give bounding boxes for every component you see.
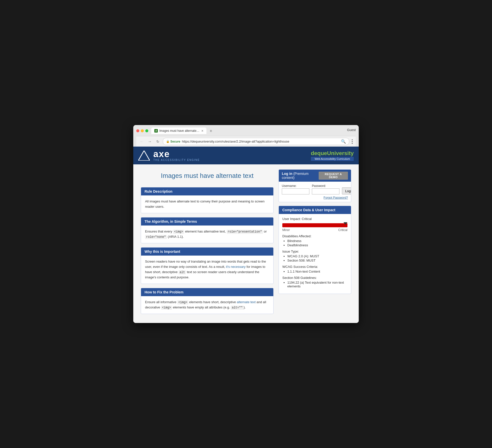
menu-dot-1: [352, 139, 353, 140]
forgot-password-link[interactable]: Forgot Password?: [324, 196, 348, 199]
url-base: https://dequeuniversity.com: [182, 140, 221, 143]
deque-prefix: deque: [311, 150, 327, 156]
user-impact-label: User Impact:: [282, 217, 301, 221]
close-button[interactable]: [136, 129, 139, 132]
favicon-letter: d: [155, 130, 157, 132]
list-item: Deafblindness: [287, 243, 347, 247]
secure-label: Secure: [170, 140, 180, 143]
deque-tagline: Web Accessibility Curriculum: [311, 157, 354, 161]
rule-description-card: Rule Description All images must have al…: [141, 187, 274, 213]
impact-bar: [282, 223, 347, 227]
login-fields: Username: Password: Login: [282, 184, 348, 194]
section508-label: Section 508 Guidelines:: [282, 276, 347, 280]
username-label: Username:: [282, 184, 309, 188]
minimize-button[interactable]: [141, 129, 144, 132]
active-tab[interactable]: d Images must have alternate te… ×: [151, 128, 206, 134]
login-button[interactable]: Login: [342, 187, 351, 194]
login-title-bold: Log in: [282, 172, 292, 176]
role-presentation-code: role="presentation": [227, 230, 263, 234]
password-field-group: Password:: [312, 184, 339, 194]
list-item: Section 508: MUST: [287, 259, 347, 262]
deque-name: dequeUniversity: [311, 150, 354, 157]
forgot-password-container: Forgot Password?: [282, 196, 348, 199]
lock-icon: 🔒: [166, 140, 170, 143]
nav-bar: ← → ↻ 🔒 Secure https://dequeuniversity.c…: [136, 136, 356, 147]
list-item: 1194.22 (a) Text equivalent for non-text…: [287, 281, 347, 288]
axe-subtitle: THE ACCESSIBILITY ENGINE: [153, 159, 200, 161]
how-to-fix-card: How to Fix the Problem Ensure all inform…: [141, 288, 274, 314]
algorithm-card: The Algorithm, in Simple Terms Ensures t…: [141, 217, 274, 243]
compliance-header: Compliance Data & User Impact: [279, 206, 351, 214]
img-tag-code-3: <img>: [161, 306, 172, 310]
address-url: https://dequeuniversity.com/rules/axe/2.…: [182, 140, 289, 143]
why-important-body: Screen readers have no way of translatin…: [141, 256, 273, 284]
section508-section: Section 508 Guidelines: 1194.22 (a) Text…: [282, 276, 347, 288]
left-column: Images must have alternate text Rule Des…: [141, 169, 274, 318]
axe-text-group: axe THE ACCESSIBILITY ENGINE: [153, 150, 200, 161]
impact-labels: Minor Critical: [282, 228, 347, 232]
axe-brand-name: axe: [153, 150, 200, 159]
issue-type-list: WCAG 2.0 (A): MUST Section 508: MUST: [282, 254, 347, 262]
deque-suffix: University: [327, 150, 354, 156]
rule-description-header: Rule Description: [141, 187, 273, 195]
why-important-header: Why this is Important: [141, 248, 273, 256]
maximize-button[interactable]: [145, 129, 148, 132]
title-bar: d Images must have alternate te… × + Gue…: [136, 128, 356, 134]
tab-close-icon[interactable]: ×: [201, 129, 203, 133]
tab-title: Images must have alternate te…: [159, 129, 200, 133]
necessary-link[interactable]: it's necessary: [226, 265, 245, 269]
issue-type-label: Issue Type:: [282, 250, 347, 253]
new-tab-button[interactable]: +: [207, 128, 214, 134]
img-tag-code-2: <img>: [177, 300, 188, 304]
wcag-label: WCAG Success Criteria:: [282, 265, 347, 269]
username-field-group: Username:: [282, 184, 309, 194]
section508-list: 1194.22 (a) Text equivalent for non-text…: [282, 281, 347, 288]
how-to-fix-body: Ensure all informative <img> elements ha…: [141, 296, 273, 314]
password-input[interactable]: [312, 188, 339, 194]
traffic-lights: [136, 129, 148, 132]
compliance-box: Compliance Data & User Impact User Impac…: [279, 206, 351, 294]
search-button[interactable]: 🔍: [341, 139, 346, 144]
alternate-text-link[interactable]: alternate text: [237, 300, 256, 304]
browser-chrome: d Images must have alternate te… × + Gue…: [133, 125, 359, 147]
tab-favicon: d: [154, 129, 158, 133]
disabilities-list: Blindness Deafblindness: [282, 239, 347, 247]
wcag-section: WCAG Success Criteria: 1.1.1 Non-text Co…: [282, 265, 347, 273]
list-item: 1.1.1 Non-text Content: [287, 270, 347, 273]
refresh-button[interactable]: ↻: [155, 139, 161, 145]
alt-empty-code: alt="": [231, 306, 243, 310]
login-header: Log in (Premium content) REQUEST A DEMO: [279, 170, 351, 182]
alt-code: alt: [179, 270, 186, 274]
user-impact-section: User Impact: Critical: [282, 217, 347, 221]
disabilities-section: Disabilities Affected: Blindness Deafbli…: [282, 234, 347, 247]
axe-triangle-icon: [138, 151, 150, 161]
issue-type-section: Issue Type: WCAG 2.0 (A): MUST Section 5…: [282, 250, 347, 262]
back-button[interactable]: ←: [139, 139, 145, 145]
request-demo-button[interactable]: REQUEST A DEMO: [319, 172, 348, 180]
impact-indicator: [343, 222, 347, 225]
how-to-fix-header: How to Fix the Problem: [141, 288, 273, 296]
algorithm-header: The Algorithm, in Simple Terms: [141, 217, 273, 226]
disabilities-label: Disabilities Affected:: [282, 234, 347, 238]
list-item: Blindness: [287, 239, 347, 243]
password-label: Password:: [312, 184, 339, 188]
address-bar[interactable]: 🔒 Secure https://dequeuniversity.com/rul…: [163, 138, 349, 145]
secure-badge: 🔒 Secure: [166, 140, 180, 143]
list-item: WCAG 2.0 (A): MUST: [287, 254, 347, 258]
algorithm-body: Ensures that every <img> element has alt…: [141, 226, 273, 243]
why-important-card: Why this is Important Screen readers hav…: [141, 247, 274, 284]
impact-label-minor: Minor: [282, 228, 290, 232]
login-title: Log in (Premium content): [282, 172, 319, 180]
login-body: Username: Password: Login Forgot Passwor…: [279, 182, 351, 202]
impact-bar-container: [282, 223, 347, 227]
menu-dot-2: [352, 141, 353, 142]
username-input[interactable]: [282, 188, 309, 194]
login-box: Log in (Premium content) REQUEST A DEMO …: [279, 169, 351, 202]
browser-window: d Images must have alternate te… × + Gue…: [133, 125, 359, 323]
impact-label-critical: Critical: [338, 228, 347, 232]
browser-tabs: d Images must have alternate te… × +: [151, 128, 347, 134]
role-none-code: role="none": [145, 235, 167, 239]
compliance-body: User Impact: Critical Minor Critical: [279, 214, 351, 294]
menu-button[interactable]: [351, 139, 353, 144]
forward-button[interactable]: →: [147, 139, 153, 145]
